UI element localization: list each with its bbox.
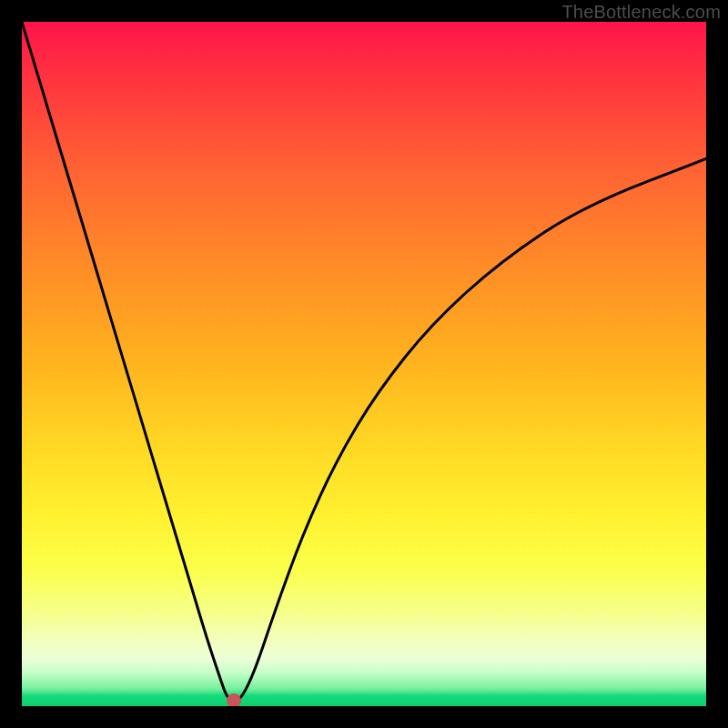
watermark-text: TheBottleneck.com	[561, 2, 721, 23]
curve-svg	[22, 22, 706, 706]
bottleneck-curve-path	[22, 22, 706, 700]
min-marker-dot	[227, 693, 241, 706]
plot-area	[22, 22, 706, 706]
chart-frame: TheBottleneck.com	[0, 0, 728, 728]
